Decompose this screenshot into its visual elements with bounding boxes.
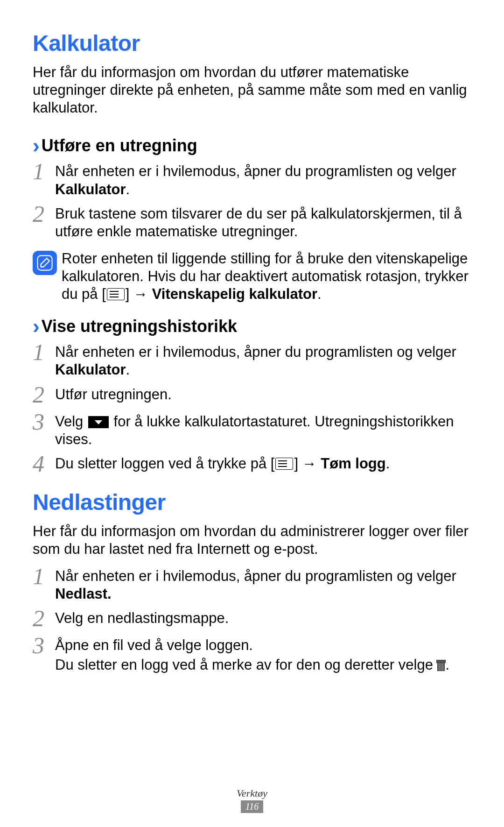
step-item: 1 Når enheten er i hvilemodus, åpner du … bbox=[33, 567, 471, 603]
step-number: 1 bbox=[33, 565, 51, 588]
pencil-icon bbox=[37, 255, 53, 271]
step-item: 1 Når enheten er i hvilemodus, åpner du … bbox=[33, 163, 471, 198]
footer-category: Verktøy bbox=[0, 787, 504, 799]
steps-list: 1 Når enheten er i hvilemodus, åpner du … bbox=[33, 163, 471, 240]
note-text: Roter enheten til liggende stilling for … bbox=[62, 250, 471, 303]
trash-icon bbox=[437, 661, 445, 671]
info-note: Roter enheten til liggende stilling for … bbox=[33, 250, 471, 303]
down-arrow-key-icon bbox=[88, 416, 109, 428]
heading-kalkulator: Kalkulator bbox=[33, 30, 471, 56]
step-number: 3 bbox=[33, 634, 51, 657]
step-number: 2 bbox=[33, 607, 51, 630]
step-number: 4 bbox=[33, 452, 51, 475]
page-footer: Verktøy 116 bbox=[0, 787, 504, 813]
chevron-icon: › bbox=[33, 135, 40, 156]
step-text: Velg en nedlastingsmappe. bbox=[55, 609, 471, 627]
step-text: Bruk tastene som tilsvarer de du ser på … bbox=[55, 205, 471, 240]
subheading-label: Vise utregningshistorikk bbox=[42, 317, 237, 336]
step-item: 2 Utfør utregningen. bbox=[33, 386, 471, 406]
step-text: Velg for å lukke kalkulatortastaturet. U… bbox=[55, 413, 471, 448]
step-text: Når enheten er i hvilemodus, åpner du pr… bbox=[55, 343, 471, 379]
intro-text: Her får du informasjon om hvordan du adm… bbox=[33, 523, 471, 558]
step-item: 1 Når enheten er i hvilemodus, åpner du … bbox=[33, 343, 471, 379]
note-icon bbox=[33, 251, 57, 275]
step-text: Når enheten er i hvilemodus, åpner du pr… bbox=[55, 567, 471, 603]
step-number: 1 bbox=[33, 160, 51, 183]
step-item: 2 Velg en nedlastingsmappe. bbox=[33, 609, 471, 630]
step-text: Åpne en fil ved å velge loggen. Du slett… bbox=[55, 636, 471, 674]
step-item: 2 Bruk tastene som tilsvarer de du ser p… bbox=[33, 205, 471, 240]
intro-text: Her får du informasjon om hvordan du utf… bbox=[33, 64, 471, 117]
step-text: Utfør utregningen. bbox=[55, 386, 471, 403]
step-number: 3 bbox=[33, 410, 51, 433]
menu-icon bbox=[107, 288, 125, 300]
page-number: 116 bbox=[241, 800, 264, 813]
subheading-label: Utføre en utregning bbox=[42, 136, 197, 156]
step-text: Du sletter loggen ved å trykke på [] → T… bbox=[55, 455, 471, 473]
steps-list: 1 Når enheten er i hvilemodus, åpner du … bbox=[33, 343, 471, 475]
subheading-utfore: › Utføre en utregning bbox=[33, 135, 471, 156]
steps-list: 1 Når enheten er i hvilemodus, åpner du … bbox=[33, 567, 471, 674]
step-item: 3 Velg for å lukke kalkulatortastaturet.… bbox=[33, 413, 471, 448]
subheading-historikk: › Vise utregningshistorikk bbox=[33, 316, 471, 337]
step-number: 2 bbox=[33, 202, 51, 226]
heading-nedlastinger: Nedlastinger bbox=[33, 489, 471, 515]
svg-rect-0 bbox=[37, 255, 52, 270]
step-item: 3 Åpne en fil ved å velge loggen. Du sle… bbox=[33, 636, 471, 674]
document-page: Kalkulator Her får du informasjon om hvo… bbox=[0, 0, 504, 827]
step-text: Når enheten er i hvilemodus, åpner du pr… bbox=[55, 163, 471, 198]
chevron-icon: › bbox=[33, 316, 40, 337]
step-number: 1 bbox=[33, 340, 51, 364]
step-number: 2 bbox=[33, 383, 51, 406]
step-item: 4 Du sletter loggen ved å trykke på [] →… bbox=[33, 455, 471, 475]
menu-icon bbox=[275, 458, 293, 470]
step-subtext: Du sletter en logg ved å merke av for de… bbox=[55, 656, 471, 674]
